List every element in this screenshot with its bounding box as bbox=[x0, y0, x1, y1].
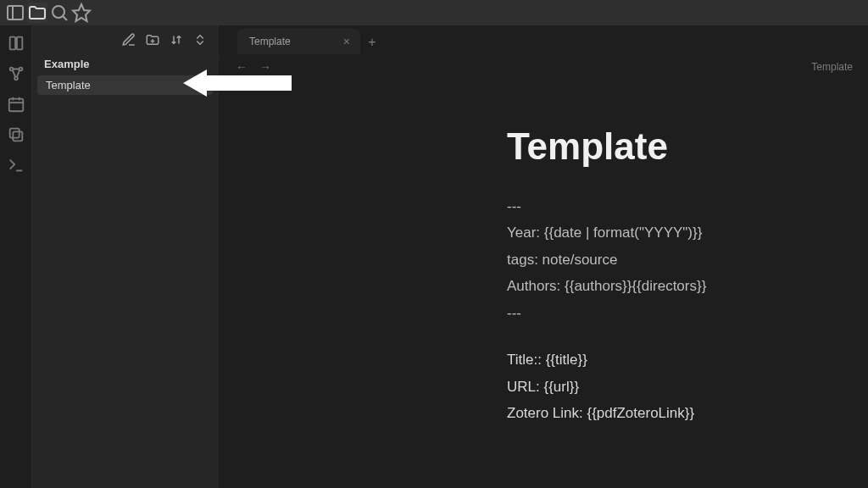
svg-point-7 bbox=[9, 68, 13, 71]
nav-forward-button[interactable]: → bbox=[258, 59, 273, 75]
file-explorer-icon[interactable] bbox=[27, 3, 47, 23]
sort-icon[interactable] bbox=[169, 32, 184, 47]
search-icon[interactable] bbox=[49, 3, 70, 23]
tab-row: Template × + bbox=[219, 25, 868, 54]
terminal-icon[interactable] bbox=[7, 156, 25, 175]
sidebar-toggle-icon[interactable] bbox=[5, 3, 25, 23]
properties-block: Title:: {{title}} URL: {{url}} Zotero Li… bbox=[507, 347, 868, 426]
star-icon[interactable] bbox=[71, 3, 92, 23]
graph-icon[interactable] bbox=[7, 64, 25, 83]
editor-subheader: ← → Template bbox=[219, 54, 868, 78]
calendar-icon[interactable] bbox=[7, 95, 25, 114]
sidebar-action-row bbox=[32, 25, 218, 54]
svg-line-3 bbox=[64, 17, 68, 21]
svg-rect-6 bbox=[16, 37, 21, 50]
tab-template[interactable]: Template × bbox=[237, 29, 360, 54]
new-folder-icon[interactable] bbox=[145, 32, 160, 47]
document-title: Template bbox=[507, 125, 868, 168]
file-item-template[interactable]: Template bbox=[37, 75, 213, 95]
nav-back-button[interactable]: ← bbox=[234, 59, 249, 75]
svg-rect-10 bbox=[8, 99, 23, 112]
svg-rect-5 bbox=[9, 37, 14, 50]
top-toolbar bbox=[0, 0, 868, 25]
new-tab-button[interactable]: + bbox=[360, 30, 384, 54]
svg-rect-0 bbox=[8, 6, 23, 19]
svg-rect-14 bbox=[13, 131, 22, 141]
svg-point-9 bbox=[14, 77, 18, 80]
svg-point-2 bbox=[53, 6, 64, 18]
switcher-icon[interactable] bbox=[7, 34, 25, 53]
left-ribbon bbox=[0, 25, 32, 488]
tab-title: Template bbox=[249, 36, 291, 47]
breadcrumb: Template bbox=[811, 61, 853, 73]
frontmatter-block: --- Year: {{date | format("YYYY")}} tags… bbox=[507, 193, 868, 326]
editor-pane: Template × + ← → Template Template --- Y… bbox=[219, 25, 868, 488]
tab-close-button[interactable]: × bbox=[342, 36, 352, 47]
editor-content[interactable]: Template --- Year: {{date | format("YYYY… bbox=[219, 78, 868, 488]
collapse-icon[interactable] bbox=[192, 32, 208, 47]
new-note-icon[interactable] bbox=[121, 32, 136, 47]
file-explorer-sidebar: Example Template bbox=[32, 25, 219, 488]
vault-name: Example bbox=[32, 54, 218, 75]
svg-point-8 bbox=[19, 68, 22, 71]
svg-rect-15 bbox=[9, 129, 19, 138]
copy-icon[interactable] bbox=[7, 125, 25, 144]
svg-marker-4 bbox=[73, 4, 90, 21]
